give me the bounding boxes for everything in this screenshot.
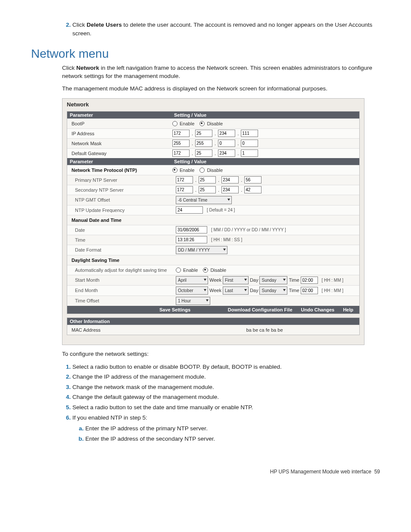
start-week-select[interactable]: First [223,276,249,284]
step-5: Select a radio button to set the date an… [72,403,380,412]
bootp-disable-radio[interactable] [199,121,205,126]
screenshot-title: Network [62,99,364,111]
date-label: Date [67,226,173,234]
ntp-enable-radio[interactable] [172,168,177,173]
end-time-input[interactable] [301,287,318,294]
intro-paragraph-2: The management module MAC address is dis… [62,85,380,93]
end-day-select[interactable]: Sunday [259,286,287,295]
mask-octet-1[interactable] [172,140,190,147]
substep-b: Enter the IP address of the secondary NT… [85,435,380,443]
section-heading: Network menu [31,47,380,61]
bootp-label: BootP [67,120,170,128]
end-month-label: End Month [67,286,173,294]
mask-octet-4[interactable] [241,140,258,147]
pntp-3[interactable] [221,176,239,184]
step-2: Change the IP address of the management … [72,373,380,381]
intro-paragraph-1: Click Network in the left navigation fra… [62,64,380,81]
ntp-freq-input[interactable] [176,206,203,214]
mac-address-label: MAC Address [67,326,170,334]
step-3: Change the network mask of the managemen… [72,383,380,392]
configure-steps: Select a radio button to enable or disab… [31,363,380,443]
ip-octet-2[interactable] [195,130,212,137]
dst-enable-radio[interactable] [176,268,181,273]
time-offset-select[interactable]: 1 Hour [176,297,210,305]
ip-octet-3[interactable] [218,130,235,137]
step-1: Select a radio button to enable or disab… [72,363,380,371]
undo-changes-button[interactable]: Undo Changes [301,307,335,312]
time-label: Time [67,236,173,244]
gw-octet-4[interactable] [241,149,258,157]
ntp-freq-label: NTP Update Frequency [67,206,173,214]
ip-label: IP Address [67,130,170,137]
secondary-ntp-label: Secondary NTP Server [67,186,173,194]
gw-octet-1[interactable] [172,149,190,157]
other-info-header: Other Information [67,318,359,325]
end-week-select[interactable]: Last [223,286,249,295]
ntp-label: Network Time Protocol (NTP) [67,166,170,174]
bootp-enable-radio[interactable] [172,121,177,126]
step-4: Change the default gateway of the manage… [72,393,380,401]
download-config-button[interactable]: Download Configuration File [228,307,293,312]
start-day-select[interactable]: Sunday [259,276,287,284]
sntp-3[interactable] [221,186,239,193]
save-settings-button[interactable]: Save Settings [159,307,190,312]
mask-label: Network Mask [67,140,170,147]
date-format-select[interactable]: DD / MM / YYYY [176,246,227,254]
dst-disable-radio[interactable] [203,268,208,273]
table-header-2: Parameter Setting / Value [67,158,359,165]
help-button[interactable]: Help [343,307,353,312]
configure-intro: To configure the network settings: [62,350,380,358]
auto-dst-label: Automatically adjust for daylight saving… [67,266,173,274]
step-6: If you enabled NTP in step 5: Enter the … [72,414,380,443]
pntp-2[interactable] [199,176,216,184]
dst-label: Daylight Saving Time [67,256,170,264]
start-month-select[interactable]: April [176,276,208,284]
start-month-label: Start Month [67,276,173,284]
gmt-offset-select[interactable]: -6 Central Time [176,196,232,204]
substeps: Enter the IP address of the primary NTP … [72,424,380,443]
gw-octet-2[interactable] [195,149,212,157]
page-footer: HP UPS Management Module web interface 5… [31,469,380,475]
substep-a: Enter the IP address of the primary NTP … [85,424,380,433]
previous-steps: Click Delete Users to delete the user ac… [31,21,380,37]
manual-date-label: Manual Date and Time [67,216,170,224]
end-month-select[interactable]: October [176,286,208,295]
network-screenshot: Network Parameter Setting / Value BootP … [62,98,364,345]
table-header: Parameter Setting / Value [67,112,359,118]
pntp-1[interactable] [176,176,193,184]
gw-octet-3[interactable] [218,149,235,157]
pntp-4[interactable] [244,176,262,184]
time-offset-label: Time Offset [67,297,173,305]
ip-octet-1[interactable] [172,130,190,137]
mask-octet-3[interactable] [218,140,235,147]
ntp-disable-radio[interactable] [199,168,205,173]
date-input[interactable] [176,226,207,233]
sntp-4[interactable] [244,186,262,193]
mask-octet-2[interactable] [195,140,212,147]
sntp-1[interactable] [176,186,193,193]
primary-ntp-label: Primary NTP Server [67,176,173,184]
other-info-panel: Other Information MAC Address ba be ca f… [67,317,360,335]
start-time-input[interactable] [301,277,318,284]
gmt-offset-label: NTP GMT Offset [67,196,173,204]
step-delete-users: Click Delete Users to delete the user ac… [72,21,380,37]
date-format-label: Date Format [67,246,173,254]
time-input[interactable] [176,236,207,243]
mac-address-value: ba be ca fe ba be [246,327,283,333]
button-bar: Save Settings Download Configuration Fil… [67,306,359,314]
basic-network-panel: Parameter Setting / Value BootP Enable D… [67,111,360,314]
sntp-2[interactable] [199,186,216,193]
gateway-label: Default Gateway [67,149,170,157]
ip-octet-4[interactable] [241,130,258,137]
